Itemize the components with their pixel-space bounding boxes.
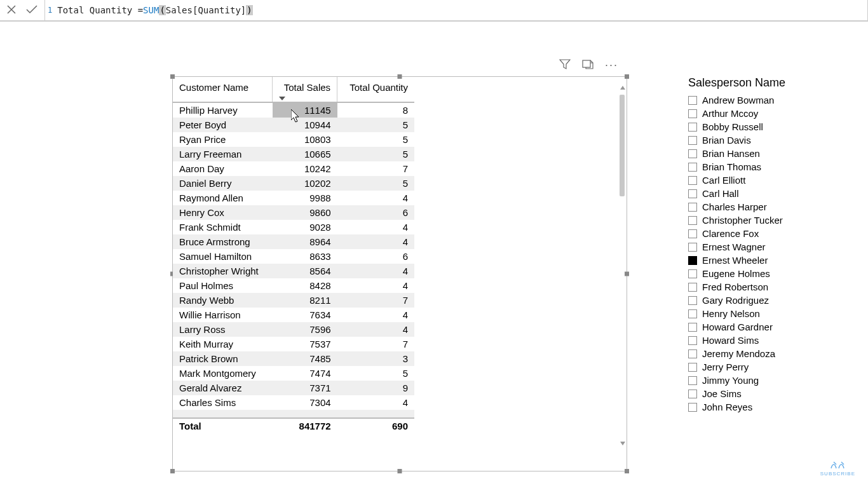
cell-total-quantity[interactable]: 4: [337, 395, 414, 410]
slicer-item[interactable]: Gary Rodriguez: [688, 294, 853, 307]
cell-total-sales[interactable]: 8211: [273, 293, 337, 308]
cell-customer-name[interactable]: Henry Cox: [173, 205, 273, 220]
cell-customer-name[interactable]: Christopher Wright: [173, 264, 273, 278]
cell-customer-name[interactable]: Paul Holmes: [173, 278, 273, 293]
cell-total-sales[interactable]: 9988: [273, 191, 337, 205]
table-row[interactable]: Aaron Day102427: [173, 161, 414, 176]
table-row[interactable]: Ryan Price108035: [173, 132, 414, 147]
table-row[interactable]: Samuel Hamilton86336: [173, 249, 414, 264]
slicer-item[interactable]: Charles Harper: [688, 200, 853, 214]
table-row[interactable]: Raymond Allen99884: [173, 191, 414, 205]
slicer-item[interactable]: Brian Thomas: [688, 160, 853, 173]
slicer-item[interactable]: Henry Nelson: [688, 307, 853, 320]
slicer-item[interactable]: Jeremy Mendoza: [688, 347, 853, 360]
scroll-thumb[interactable]: [620, 95, 625, 196]
table-row[interactable]: Patrick Brown74853: [173, 351, 414, 366]
table-row[interactable]: Gerald Alvarez73719: [173, 381, 414, 395]
checkbox-icon[interactable]: [688, 376, 697, 385]
cell-total-quantity[interactable]: 9: [337, 381, 414, 395]
vertical-scrollbar[interactable]: [619, 86, 625, 445]
checkbox-icon[interactable]: [688, 390, 697, 398]
cell-total-sales[interactable]: 10944: [273, 118, 337, 132]
checkbox-icon[interactable]: [688, 336, 697, 345]
slicer-item[interactable]: Arthur Mccoy: [688, 107, 853, 120]
checkbox-icon[interactable]: [688, 136, 697, 145]
cell-total-quantity[interactable]: 5: [337, 366, 414, 381]
checkbox-icon[interactable]: [688, 96, 697, 105]
cell-total-quantity[interactable]: 4: [337, 191, 414, 205]
cell-total-quantity[interactable]: 6: [337, 249, 414, 264]
cell-total-sales[interactable]: 7304: [273, 395, 337, 410]
focus-mode-icon[interactable]: [582, 58, 593, 72]
slicer-item[interactable]: Howard Sims: [688, 334, 853, 347]
table-row[interactable]: Larry Freeman106655: [173, 147, 414, 161]
cell-total-sales[interactable]: 8564: [273, 264, 337, 278]
table-row[interactable]: Daniel Berry102025: [173, 176, 414, 191]
checkbox-icon[interactable]: [688, 149, 697, 158]
cell-total-quantity[interactable]: 5: [337, 132, 414, 147]
cell-total-quantity[interactable]: 7: [337, 337, 414, 351]
cell-total-quantity[interactable]: 7: [337, 293, 414, 308]
cell-total-quantity[interactable]: 4: [337, 308, 414, 322]
cell-customer-name[interactable]: Frank Schmidt: [173, 220, 273, 234]
cell-total-quantity[interactable]: 4: [337, 322, 414, 337]
cell-total-sales[interactable]: 9860: [273, 205, 337, 220]
cell-total-sales[interactable]: 7371: [273, 381, 337, 395]
slicer-item[interactable]: Joe Sims: [688, 387, 853, 400]
cancel-icon[interactable]: [6, 4, 17, 17]
cell-total-sales[interactable]: 8428: [273, 278, 337, 293]
table-row[interactable]: Paul Holmes84284: [173, 278, 414, 293]
more-options-icon[interactable]: ···: [605, 58, 618, 72]
table-row[interactable]: Peter Boyd109445: [173, 118, 414, 132]
cell-total-sales[interactable]: 9028: [273, 220, 337, 234]
slicer-item[interactable]: John Reyes: [688, 400, 853, 414]
checkbox-icon[interactable]: [688, 256, 697, 265]
table-row[interactable]: Charles Sims73044: [173, 395, 414, 410]
table-row[interactable]: Phillip Harvey111458: [173, 102, 414, 118]
checkbox-icon[interactable]: [688, 323, 697, 332]
table-row[interactable]: Willie Harrison76344: [173, 308, 414, 322]
cell-customer-name[interactable]: Bruce Armstrong: [173, 234, 273, 249]
cell-customer-name[interactable]: Willie Harrison: [173, 308, 273, 322]
checkbox-icon[interactable]: [688, 216, 697, 225]
column-header[interactable]: Total Quantity: [337, 77, 414, 102]
cell-customer-name[interactable]: Charles Sims: [173, 395, 273, 410]
column-header[interactable]: Customer Name: [173, 77, 273, 102]
cell-customer-name[interactable]: Peter Boyd: [173, 118, 273, 132]
formula-input[interactable]: 1 Total Quantity = SUM ( Sales[Quantity]…: [45, 0, 868, 21]
cell-total-quantity[interactable]: 7: [337, 161, 414, 176]
checkbox-icon[interactable]: [688, 309, 697, 318]
cell-customer-name[interactable]: Raymond Allen: [173, 191, 273, 205]
cell-customer-name[interactable]: Samuel Hamilton: [173, 249, 273, 264]
slicer-item[interactable]: Carl Hall: [688, 187, 853, 200]
checkbox-icon[interactable]: [688, 269, 697, 278]
cell-total-quantity[interactable]: 4: [337, 234, 414, 249]
slicer-item[interactable]: Howard Gardner: [688, 320, 853, 334]
cell-total-sales[interactable]: 10242: [273, 161, 337, 176]
cell-total-quantity[interactable]: 4: [337, 220, 414, 234]
table-row[interactable]: Larry Ross75964: [173, 322, 414, 337]
checkbox-icon[interactable]: [688, 363, 697, 372]
scroll-up-icon[interactable]: [620, 86, 625, 90]
cell-total-sales[interactable]: 7485: [273, 351, 337, 366]
table-row[interactable]: Randy Webb82117: [173, 293, 414, 308]
cell-total-quantity[interactable]: 8: [337, 102, 414, 118]
checkbox-icon[interactable]: [688, 283, 697, 292]
cell-customer-name[interactable]: Larry Freeman: [173, 147, 273, 161]
checkbox-icon[interactable]: [688, 189, 697, 198]
table-row[interactable]: Frank Schmidt90284: [173, 220, 414, 234]
checkbox-icon[interactable]: [688, 349, 697, 358]
cell-total-sales[interactable]: 7596: [273, 322, 337, 337]
cell-total-sales[interactable]: 8964: [273, 234, 337, 249]
cell-total-sales[interactable]: 7537: [273, 337, 337, 351]
cell-total-quantity[interactable]: 4: [337, 278, 414, 293]
cell-customer-name[interactable]: Keith Murray: [173, 337, 273, 351]
slicer-item[interactable]: Eugene Holmes: [688, 267, 853, 280]
cell-customer-name[interactable]: Mark Montgomery: [173, 366, 273, 381]
slicer-item[interactable]: Jimmy Young: [688, 374, 853, 387]
checkbox-icon[interactable]: [688, 203, 697, 212]
cell-total-sales[interactable]: 11145: [273, 102, 337, 118]
filter-icon[interactable]: [559, 58, 571, 72]
cell-total-quantity[interactable]: 5: [337, 176, 414, 191]
scroll-down-icon[interactable]: [620, 442, 625, 445]
